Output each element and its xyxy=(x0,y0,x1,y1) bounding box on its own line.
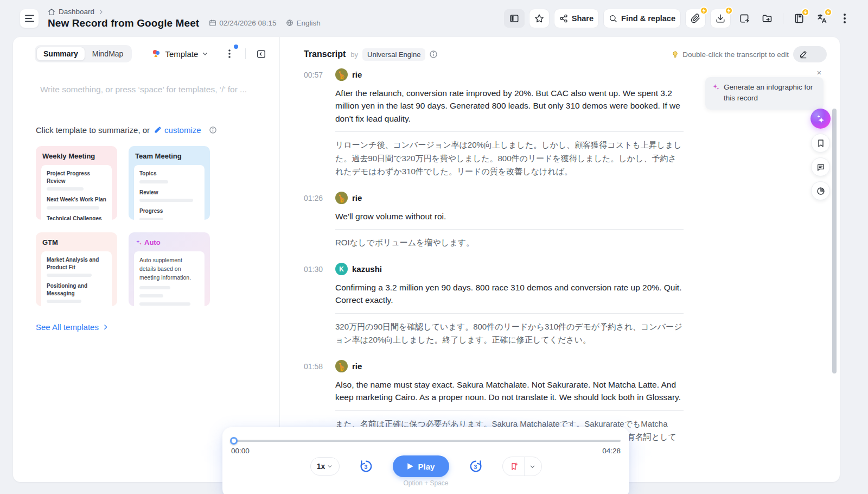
template-section-label: Technical Challenges Discussion xyxy=(47,215,106,220)
chevron-down-icon xyxy=(202,50,208,57)
folder-icon xyxy=(762,13,773,24)
skeleton-bar xyxy=(139,286,170,289)
template-section-label: Market Analysis and Product Fit xyxy=(47,256,106,271)
panel-more-button[interactable] xyxy=(222,47,237,61)
tab-mindmap[interactable]: MindMap xyxy=(85,47,131,61)
comments-button[interactable] xyxy=(811,157,830,176)
transcript-text-ja[interactable]: ROIなしでボリュームを増やします。 xyxy=(335,236,684,250)
scrollbar-thumb[interactable] xyxy=(832,109,837,373)
transcript-by-label: by xyxy=(350,50,358,59)
download-button[interactable] xyxy=(710,9,731,28)
timestamp[interactable]: 00:57 xyxy=(304,71,335,79)
template-card-title: Auto xyxy=(135,238,205,246)
more-options-button[interactable] xyxy=(835,9,854,28)
breadcrumb-dashboard[interactable]: Dashboard xyxy=(59,8,94,16)
template-section-label: Next Week's Work Plan xyxy=(47,196,106,204)
ai-assistant-button[interactable] xyxy=(810,109,831,129)
infographic-tooltip[interactable]: Generate an infographic for this record … xyxy=(705,77,824,110)
find-replace-button[interactable]: Find & replace xyxy=(603,9,681,28)
bookmark-options-button[interactable] xyxy=(525,464,541,470)
collapse-panel-button[interactable] xyxy=(253,46,269,61)
floating-actions xyxy=(810,109,831,200)
attachments-button[interactable] xyxy=(685,9,706,28)
transcript-text-ja[interactable]: リローンチ後、コンバージョン率は20%向上しました。しかし、顧客獲得コストも上昇… xyxy=(335,138,684,179)
speaker-name[interactable]: rie xyxy=(352,193,362,202)
progress-handle[interactable] xyxy=(230,437,238,445)
hamburger-menu-button[interactable] xyxy=(20,9,39,28)
chevron-right-icon xyxy=(102,324,109,331)
summary-editor-placeholder[interactable]: Write something, or press ‘space’ for te… xyxy=(40,85,263,94)
transcript-text-en[interactable]: Confirming a 3.2 million yen 90 days. 80… xyxy=(335,281,684,307)
transcript-text-ja[interactable]: 320万円の90日間を確認しています。800件のリードから310件のデモが予約さ… xyxy=(335,320,684,347)
engine-badge[interactable]: Universal Engine xyxy=(362,48,425,61)
kebab-menu-icon xyxy=(228,49,231,58)
export-record-button[interactable] xyxy=(735,9,754,28)
analytics-button[interactable] xyxy=(811,181,830,200)
edit-hint: Double-click the transcript to edit xyxy=(671,50,789,59)
toggle-left-panel-button[interactable] xyxy=(504,9,525,28)
template-section-label: Topics xyxy=(139,170,199,178)
rewind-3s-button[interactable]: 3 xyxy=(358,458,374,474)
audio-player: 00:00 04:28 1x 3 Play 3 Option xyxy=(222,427,629,494)
move-to-folder-button[interactable] xyxy=(758,9,776,28)
transcript-text-en[interactable]: Also, the name must stay exact. Sakura M… xyxy=(335,378,684,404)
template-card-weekly-meeting[interactable]: Weekly MeetingProject Progress ReviewNex… xyxy=(36,146,117,220)
transcript-text-en[interactable]: After the relaunch, conversion rate impr… xyxy=(335,87,684,125)
add-bookmark-action[interactable] xyxy=(503,462,524,471)
header-toolbar: Share Find & replace xyxy=(504,9,854,28)
template-card-auto[interactable]: AutoAuto supplement details based on mee… xyxy=(129,232,210,306)
template-card-preview: Project Progress ReviewNext Week's Work … xyxy=(41,165,112,220)
sparkle-icon xyxy=(135,239,142,246)
timestamp[interactable]: 01:30 xyxy=(304,265,335,274)
timestamp[interactable]: 01:26 xyxy=(304,194,335,202)
timestamp[interactable]: 01:58 xyxy=(304,362,335,371)
transcript-entry: 01:30KkazushiConfirming a 3.2 million ye… xyxy=(304,263,684,347)
star-icon xyxy=(534,14,544,23)
pen-icon xyxy=(154,126,162,134)
add-bookmark-button[interactable] xyxy=(502,457,542,476)
speaker-name[interactable]: rie xyxy=(352,362,362,371)
entry-divider xyxy=(335,229,684,230)
bookmark-icon xyxy=(816,139,825,148)
forward-3s-button[interactable]: 3 xyxy=(468,458,484,474)
transcript-entry: 00:57🦒rieAfter the relaunch, conversion … xyxy=(304,68,684,179)
lightbulb-icon xyxy=(671,50,679,59)
customize-template-link[interactable]: customize xyxy=(154,125,201,135)
upgrade-badge xyxy=(824,8,832,16)
share-button[interactable]: Share xyxy=(554,9,599,28)
upgrade-badge xyxy=(801,8,809,16)
speaker-name[interactable]: kazushi xyxy=(352,264,382,274)
template-card-gtm[interactable]: GTMMarket Analysis and Product FitPositi… xyxy=(36,232,117,306)
pencil-icon xyxy=(799,50,808,59)
progress-bar[interactable] xyxy=(231,437,621,445)
speaker-avatar: 🦒 xyxy=(335,360,348,372)
transcript-text-en[interactable]: We'll grow volume without roi. xyxy=(335,210,684,223)
page-title: New Record from Google Meet xyxy=(48,17,199,29)
tab-summary[interactable]: Summary xyxy=(36,47,85,61)
total-time: 04:28 xyxy=(602,447,621,455)
template-dropdown[interactable]: Template xyxy=(151,49,208,59)
play-button[interactable]: Play xyxy=(393,455,449,477)
transcript-entry-body: We'll grow volume without roi.ROIなしでボリュー… xyxy=(335,210,684,250)
summary-mindmap-tabs: Summary MindMap xyxy=(35,45,132,62)
template-section-label: Progress xyxy=(139,207,199,215)
bookmark-add-icon xyxy=(510,462,519,471)
template-card-team-meeting[interactable]: Team MeetingTopicsReviewProgress xyxy=(129,146,210,220)
bookmarks-button[interactable] xyxy=(811,134,830,153)
info-icon[interactable] xyxy=(429,50,438,59)
translate-button[interactable] xyxy=(813,9,831,28)
paperclip-icon xyxy=(691,14,700,23)
hamburger-icon xyxy=(25,15,34,22)
close-icon[interactable]: × xyxy=(814,68,824,78)
template-card-title: GTM xyxy=(42,238,112,246)
edit-transcript-toggle[interactable] xyxy=(793,46,827,62)
glossary-button[interactable] xyxy=(790,9,808,28)
favorite-button[interactable] xyxy=(529,9,550,28)
upgrade-badge xyxy=(725,7,733,15)
speaker-avatar: 🦒 xyxy=(335,192,348,204)
speaker-name[interactable]: rie xyxy=(352,70,362,79)
see-all-templates-link[interactable]: See All templates xyxy=(36,322,109,332)
info-icon[interactable] xyxy=(209,126,217,134)
playback-speed-button[interactable]: 1x xyxy=(310,457,340,476)
skeleton-bar xyxy=(47,187,84,191)
